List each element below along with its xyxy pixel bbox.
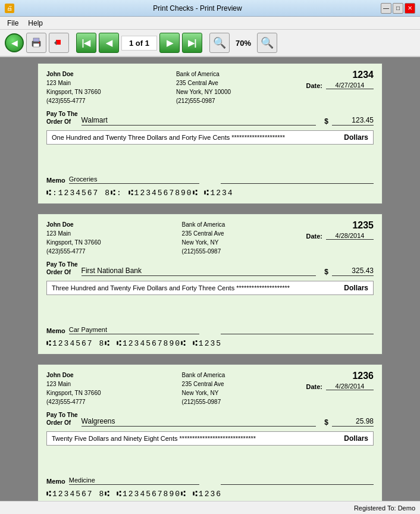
- check-number: 1234: [326, 70, 374, 80]
- payee-name: First National Bank: [82, 267, 316, 276]
- check-date: 4/27/2014: [326, 82, 374, 89]
- maximize-button[interactable]: □: [393, 3, 403, 14]
- check-payto: Pay To TheOrder Of Walmart $ 123.45: [46, 110, 374, 126]
- check-amount: 325.43: [332, 267, 374, 276]
- svg-point-3: [39, 42, 40, 43]
- check-header: John Doe 123 Main Kingsport, TN 37660 (4…: [46, 220, 374, 256]
- memo-label: Memo: [46, 177, 65, 184]
- check-date-line: Date: 4/27/2014: [306, 82, 374, 89]
- check-bank-info: Bank of America 235 Central Ave New York…: [176, 70, 231, 105]
- first-page-button[interactable]: |◀: [76, 33, 96, 53]
- check-number: 1236: [326, 371, 374, 381]
- memo-line: Memo Car Payment: [46, 326, 199, 334]
- check-3: John Doe 123 Main Kingsport, TN 37660 (4…: [37, 364, 383, 501]
- date-label: Date:: [306, 233, 322, 240]
- amount-words-box: Twenty Five Dollars and Ninety Eight Cen…: [46, 431, 374, 446]
- dollar-sign: $: [324, 268, 328, 276]
- payto-label: Pay To TheOrder Of: [46, 261, 78, 276]
- amount-words-box: Three Hundred and Twenty Five Dollars an…: [46, 281, 374, 295]
- check-date: 4/28/2014: [326, 383, 374, 390]
- check-amount: 123.45: [332, 116, 374, 126]
- payto-label: Pay To TheOrder Of: [46, 110, 78, 126]
- dollars-label: Dollars: [344, 434, 368, 443]
- memo-value: Medicine: [69, 477, 199, 485]
- routing-numbers: ⑆1234567 8⑆ ⑆1234567890⑆ ⑆1236: [46, 490, 374, 499]
- check-payto: Pay To TheOrder Of First National Bank $…: [46, 261, 374, 276]
- back-button[interactable]: ◀: [5, 33, 24, 52]
- check-header: John Doe 123 Main Kingsport, TN 37660 (4…: [46, 371, 374, 406]
- memo-line: Memo Groceries: [46, 175, 199, 184]
- minimize-button[interactable]: —: [381, 3, 391, 14]
- memo-sig-row: Memo Medicine: [46, 465, 374, 485]
- check-date: 4/28/2014: [326, 232, 374, 240]
- dollars-label: Dollars: [344, 284, 368, 292]
- window-title: Print Checks - Print Preview: [14, 4, 381, 12]
- date-label: Date:: [306, 82, 322, 89]
- memo-value: Groceries: [69, 175, 199, 184]
- check-amount: 25.98: [332, 417, 374, 427]
- memo-value: Car Payment: [69, 326, 199, 334]
- status-bar: Registered To: Demo: [0, 501, 420, 514]
- dollars-label: Dollars: [344, 133, 368, 142]
- menu-help[interactable]: Help: [23, 18, 48, 29]
- stop-button[interactable]: [49, 33, 69, 53]
- amount-words-box: One Hundred and Twenty Three Dollars and…: [46, 130, 374, 145]
- memo-sig-row: Memo Car Payment: [46, 314, 374, 334]
- app-icon: 🖨: [5, 4, 14, 13]
- date-label: Date:: [306, 383, 322, 390]
- check-from-info: John Doe 123 Main Kingsport, TN 37660 (4…: [46, 220, 101, 256]
- check-date-line: Date: 4/28/2014: [306, 232, 374, 240]
- scroll-area[interactable]: John Doe 123 Main Kingsport, TN 37660 (4…: [0, 57, 420, 501]
- menu-bar: File Help: [0, 17, 420, 30]
- menu-file[interactable]: File: [2, 18, 23, 29]
- svg-rect-4: [56, 40, 61, 45]
- payee-name: Walmart: [82, 116, 316, 126]
- print-button[interactable]: [26, 33, 46, 53]
- next-page-button[interactable]: ▶: [159, 33, 180, 53]
- status-text: Registered To: Demo: [354, 504, 415, 512]
- zoom-level: 70%: [232, 39, 255, 48]
- last-page-button[interactable]: ▶|: [182, 33, 202, 53]
- main-area: John Doe 123 Main Kingsport, TN 37660 (4…: [0, 57, 420, 501]
- page-indicator: 1 of 1: [121, 36, 157, 51]
- print-icon: [30, 37, 42, 49]
- check-1: John Doe 123 Main Kingsport, TN 37660 (4…: [37, 63, 383, 204]
- memo-sig-row: Memo Groceries: [46, 164, 374, 184]
- check-bank-info: Bank of America 235 Central Ave New York…: [182, 220, 225, 256]
- routing-numbers: ⑆1234567 8⑆ ⑆1234567890⑆ ⑆1235: [46, 339, 374, 348]
- amount-words: One Hundred and Twenty Three Dollars and…: [52, 134, 285, 141]
- check-date-line: Date: 4/28/2014: [306, 383, 374, 390]
- check-number: 1235: [326, 220, 374, 231]
- prev-page-button[interactable]: ◀: [99, 33, 119, 53]
- dollar-sign: $: [324, 117, 328, 126]
- memo-line: Memo Medicine: [46, 477, 199, 485]
- check-from-info: John Doe 123 Main Kingsport, TN 37660 (4…: [46, 70, 101, 105]
- window-controls: — □ ✕: [381, 3, 415, 14]
- svg-marker-5: [54, 40, 57, 45]
- check-header: John Doe 123 Main Kingsport, TN 37660 (4…: [46, 70, 374, 105]
- memo-label: Memo: [46, 327, 65, 334]
- svg-rect-2: [33, 43, 39, 47]
- signature-line: [221, 334, 374, 334]
- payto-label: Pay To TheOrder Of: [46, 411, 78, 427]
- check-bank-info: Bank of America 235 Central Ave New York…: [182, 371, 225, 406]
- signature-line: [221, 484, 374, 485]
- payee-name: Walgreens: [82, 417, 316, 427]
- dollar-sign: $: [324, 418, 328, 427]
- zoom-out-button[interactable]: 🔍: [257, 33, 277, 53]
- close-button[interactable]: ✕: [405, 3, 415, 14]
- check-payto: Pay To TheOrder Of Walgreens $ 25.98: [46, 411, 374, 427]
- toolbar: ◀ |◀ ◀ 1 of 1 ▶ ▶| 🔍 70% 🔍: [0, 30, 420, 57]
- zoom-in-button[interactable]: 🔍: [209, 33, 230, 53]
- memo-label: Memo: [46, 478, 65, 485]
- title-bar: 🖨 Print Checks - Print Preview — □ ✕: [0, 0, 420, 17]
- stop-icon: [54, 37, 64, 48]
- routing-numbers: ⑆:1234567 8⑆: ⑆1234567890⑆ ⑆1234: [46, 189, 374, 198]
- signature-line: [221, 183, 374, 184]
- svg-rect-1: [33, 38, 39, 42]
- check-2: John Doe 123 Main Kingsport, TN 37660 (4…: [37, 214, 383, 355]
- amount-words: Three Hundred and Twenty Five Dollars an…: [52, 284, 290, 292]
- check-from-info: John Doe 123 Main Kingsport, TN 37660 (4…: [46, 371, 101, 406]
- amount-words: Twenty Five Dollars and Ninety Eight Cen…: [52, 435, 256, 442]
